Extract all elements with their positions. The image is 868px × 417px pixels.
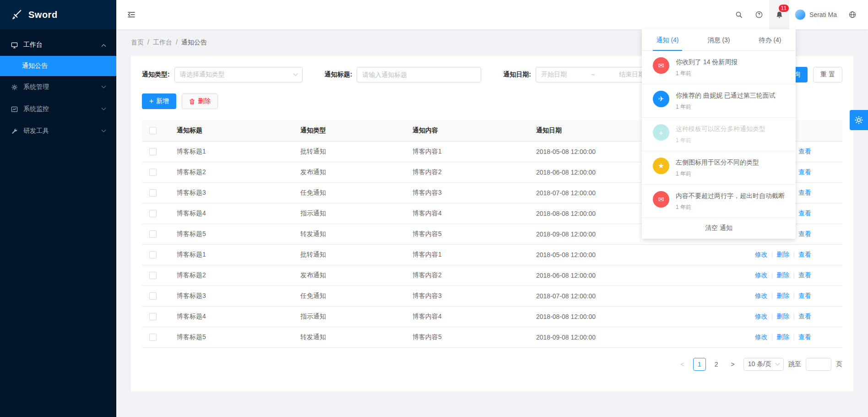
sidebar-item-system-monitor[interactable]: 系统监控 [0,98,116,120]
cell-title: 博客标题3 [169,286,293,307]
avatar-glyph: ✉ [658,195,664,203]
notice-title-input[interactable] [362,71,476,78]
reset-button[interactable]: 重 置 [813,67,842,82]
row-checkbox[interactable] [149,313,157,320]
notification-tab[interactable]: 消息 (3) [693,29,744,50]
edit-link[interactable]: 修改 [755,313,768,320]
notice-title-label: 通知标题: [325,71,353,79]
view-link[interactable]: 查看 [798,230,811,237]
notification-badge: 11 [779,5,789,12]
view-link[interactable]: 查看 [798,209,811,217]
cell-date: 2018-06-08 12:00:00 [529,265,680,286]
clear-notifications-button[interactable]: 清空 通知 [642,218,796,239]
delete-link[interactable]: 删除 [776,292,789,299]
notice-type-select[interactable]: 请选择通知类型 [174,67,303,82]
next-page-button[interactable]: > [727,358,739,371]
view-link[interactable]: 查看 [798,313,811,320]
notification-item[interactable]: ✉ 内容不要超过两行字，超出时自动截断 1 年前 [642,185,796,218]
cell-title: 博客标题3 [169,183,293,203]
row-checkbox[interactable] [149,334,157,341]
sidebar-item-dev-tools[interactable]: 研发工具 [0,120,116,142]
search-icon[interactable] [729,0,749,29]
cell-type: 指示通知 [293,307,405,327]
bell-icon[interactable]: 11 [769,0,789,29]
select-all-checkbox[interactable] [149,127,157,134]
edit-link[interactable]: 修改 [755,333,768,340]
row-checkbox[interactable] [149,230,157,238]
cell-content: 博客内容2 [405,162,529,183]
add-button-label: 新增 [156,97,169,105]
edit-link[interactable]: 修改 [755,271,768,279]
delete-link[interactable]: 删除 [776,271,789,279]
row-checkbox[interactable] [149,169,157,176]
cell-actions: 修改|删除|查看 [680,307,842,327]
row-checkbox[interactable] [149,210,157,217]
notification-tab-label: 待办 (4) [759,36,781,44]
column-content: 通知内容 [405,120,529,142]
filter-notice-date: 通知日期: 开始日期 ~ 结束日期 [503,67,650,82]
view-link[interactable]: 查看 [798,271,811,279]
avatar [795,9,806,20]
cell-content: 博客内容3 [405,183,529,203]
notification-tab[interactable]: 待办 (4) [744,29,796,50]
user-menu[interactable]: Serati Ma [789,0,842,29]
app-logo[interactable]: Sword [0,0,116,29]
jump-label: 跳至 [788,360,801,368]
row-checkbox[interactable] [149,148,157,155]
notification-time: 1 年前 [676,103,776,111]
jump-page-input[interactable] [806,358,831,371]
cell-content: 博客内容4 [405,307,529,327]
view-link[interactable]: 查看 [798,292,811,299]
notification-item[interactable]: ★ 左侧图标用于区分不同的类型 1 年前 [642,151,796,185]
delete-link[interactable]: 删除 [776,313,789,320]
delete-link[interactable]: 删除 [776,251,789,258]
notification-title: 内容不要超过两行字，超出时自动截断 [676,191,785,200]
view-link[interactable]: 查看 [798,148,811,155]
notification-item[interactable]: + 这种模板可以区分多种通知类型 1 年前 [642,118,796,151]
globe-icon[interactable] [842,0,863,29]
action-separator: | [771,313,773,320]
view-link[interactable]: 查看 [798,333,811,340]
breadcrumb-current: 通知公告 [181,38,207,46]
delete-button[interactable]: 删除 [182,93,218,109]
page-size-select[interactable]: 10 条/页 [743,358,784,371]
row-checkbox[interactable] [149,189,157,197]
header-actions: 11 Serati Ma [729,0,868,29]
view-link[interactable]: 查看 [798,251,811,258]
action-separator: | [793,313,795,320]
user-name: Serati Ma [809,11,837,18]
breadcrumb-workbench[interactable]: 工作台 [153,38,172,46]
row-checkbox[interactable] [149,251,157,258]
notification-item[interactable]: ✉ 你收到了 14 份新周报 1 年前 [642,51,796,84]
page-1-button[interactable]: 1 [693,358,706,371]
add-button[interactable]: + 新增 [142,93,176,109]
delete-link[interactable]: 删除 [776,333,789,340]
settings-gear-button[interactable] [850,110,868,130]
sidebar-item-notice[interactable]: 通知公告 [0,56,116,76]
row-checkbox[interactable] [149,292,157,300]
page-2-button[interactable]: 2 [711,358,722,371]
avatar-glyph: ✉ [658,61,664,70]
menu-fold-icon[interactable] [127,11,136,19]
sidebar-item-workbench[interactable]: 工作台 [0,34,116,56]
notification-tab[interactable]: 通知 (4) [642,29,693,50]
view-link[interactable]: 查看 [798,168,811,176]
help-icon[interactable] [749,0,769,29]
range-separator: ~ [591,71,595,78]
date-range-picker[interactable]: 开始日期 ~ 结束日期 [536,67,650,82]
top-header: 11 Serati Ma [116,0,868,29]
cell-date: 2018-05-08 12:00:00 [529,245,680,265]
row-checkbox[interactable] [149,272,157,279]
sidebar: Sword 工作台 通知公告 [0,0,116,417]
sidebar-item-system-mgmt[interactable]: 系统管理 [0,76,116,98]
notification-item[interactable]: ✈ 你推荐的 曲妮妮 已通过第三轮面试 1 年前 [642,84,796,118]
cell-content: 博客内容5 [405,327,529,348]
edit-link[interactable]: 修改 [755,251,768,258]
edit-link[interactable]: 修改 [755,292,768,299]
view-link[interactable]: 查看 [798,189,811,196]
breadcrumb-home[interactable]: 首页 [131,38,144,46]
prev-page-button[interactable]: < [677,358,689,371]
notice-type-label: 通知类型: [142,71,170,79]
plus-icon: + [149,98,153,105]
cell-type: 发布通知 [293,162,405,183]
